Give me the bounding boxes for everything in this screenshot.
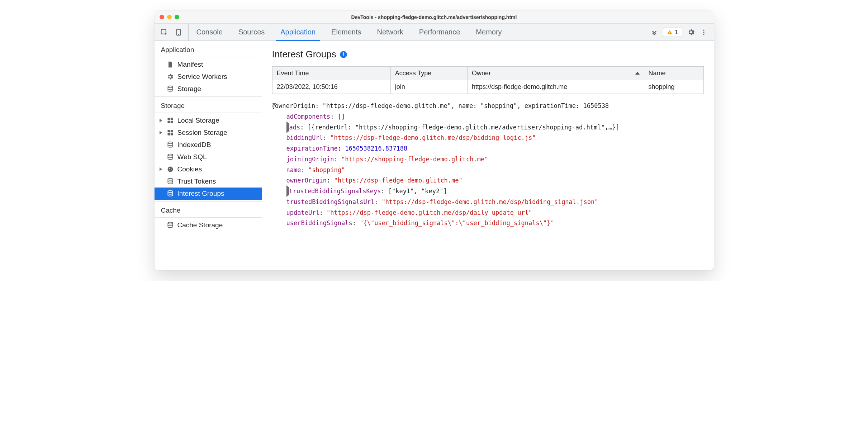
svg-rect-9: [167, 118, 170, 120]
chevron-right-icon: [160, 119, 162, 122]
svg-point-19: [167, 167, 173, 172]
sidebar-item-label: Storage: [177, 85, 201, 93]
svg-rect-14: [170, 130, 173, 133]
info-icon[interactable]: i: [340, 51, 347, 58]
sidebar-item-web-sql[interactable]: Web SQL: [155, 151, 262, 163]
db-icon: [167, 222, 174, 229]
tab-memory[interactable]: Memory: [468, 24, 509, 41]
sidebar-item-local-storage[interactable]: Local Storage: [155, 114, 262, 127]
sidebar-item-label: Manifest: [177, 61, 203, 68]
col-event-time[interactable]: Event Time: [272, 67, 390, 80]
detail-prop-ownerOrigin[interactable]: ownerOrigin: "https://dsp-fledge-demo.gl…: [269, 175, 714, 186]
settings-icon[interactable]: [687, 28, 695, 36]
tab-network[interactable]: Network: [369, 24, 411, 41]
detail-prop-biddingUrl[interactable]: biddingUrl: "https://dsp-fledge-demo.gli…: [269, 133, 714, 143]
file-icon: [167, 61, 174, 68]
svg-point-17: [168, 142, 172, 144]
detail-prop-ads[interactable]: ads: [{renderUrl: "https://shopping-fled…: [269, 122, 714, 133]
cookie-icon: [167, 166, 174, 173]
chevron-right-icon: [160, 131, 162, 134]
detail-prop-trustedBiddingSignalsUrl[interactable]: trustedBiddingSignalsUrl: "https://dsp-f…: [269, 197, 714, 208]
sidebar-item-manifest[interactable]: Manifest: [155, 58, 262, 71]
detail-prop-trustedBiddingSignalsKeys[interactable]: trustedBiddingSignalsKeys: ["key1", "key…: [269, 186, 714, 197]
svg-rect-3: [669, 32, 670, 33]
table-row[interactable]: 22/03/2022, 10:50:16joinhttps://dsp-fled…: [272, 80, 703, 94]
window-titlebar: DevTools - shopping-fledge-demo.glitch.m…: [155, 11, 714, 24]
sidebar-item-label: Web SQL: [177, 153, 207, 161]
svg-point-8: [168, 86, 172, 88]
sidebar-section-storage: Storage: [155, 96, 262, 113]
detail-root[interactable]: {ownerOrigin: "https://dsp-fledge-demo.g…: [269, 101, 714, 112]
sidebar-item-label: Cache Storage: [177, 221, 223, 229]
svg-point-25: [168, 191, 172, 193]
detail-prop-expirationTime[interactable]: expirationTime: 1650538216.837188: [269, 143, 714, 154]
detail-prop-userBiddingSignals[interactable]: userBiddingSignals: "{\"user_bidding_sig…: [269, 218, 714, 229]
svg-rect-11: [167, 121, 170, 123]
inspect-element-icon[interactable]: [160, 28, 168, 36]
chevron-right-icon: [160, 167, 162, 171]
tab-performance[interactable]: Performance: [411, 24, 468, 41]
warnings-count: 1: [675, 29, 678, 36]
tab-application[interactable]: Application: [272, 24, 323, 41]
sidebar-item-cache-storage[interactable]: Cache Storage: [155, 219, 262, 231]
col-access-type[interactable]: Access Type: [390, 67, 467, 80]
sidebar-item-trust-tokens[interactable]: Trust Tokens: [155, 175, 262, 188]
disclosure-closed-icon: [286, 122, 289, 133]
sidebar-item-storage[interactable]: Storage: [155, 83, 262, 95]
svg-point-18: [168, 154, 172, 156]
disclosure-closed-icon: [286, 185, 289, 197]
sort-asc-icon: [635, 72, 640, 75]
kebab-menu-icon[interactable]: [700, 29, 707, 36]
sidebar-item-service-workers[interactable]: Service Workers: [155, 71, 262, 83]
col-name[interactable]: Name: [644, 67, 703, 80]
table-cell: https://dsp-fledge-demo.glitch.me: [468, 80, 644, 94]
col-owner[interactable]: Owner: [468, 67, 644, 80]
sidebar-item-interest-groups[interactable]: Interest Groups: [155, 188, 262, 200]
panel-tabs: ConsoleSourcesApplicationElementsNetwork…: [189, 24, 651, 41]
sidebar-section-cache: Cache: [155, 201, 262, 218]
table-header-row: Event TimeAccess TypeOwnerName: [272, 67, 703, 80]
svg-point-23: [169, 170, 170, 171]
close-icon[interactable]: [160, 15, 164, 19]
window-title: DevTools - shopping-fledge-demo.glitch.m…: [155, 14, 714, 20]
svg-point-6: [703, 32, 704, 33]
tab-sources[interactable]: Sources: [231, 24, 272, 41]
detail-prop-name[interactable]: name: "shopping": [269, 165, 714, 176]
sidebar-item-label: Local Storage: [177, 117, 219, 124]
disclosure-open-icon: [272, 103, 276, 106]
svg-point-5: [703, 29, 704, 30]
traffic-lights: [160, 15, 179, 19]
db-icon: [167, 141, 174, 148]
svg-point-22: [171, 170, 171, 170]
device-toggle-icon[interactable]: [175, 28, 182, 36]
svg-rect-10: [170, 118, 173, 120]
tab-console[interactable]: Console: [189, 24, 231, 41]
main-panel: Interest Groups i Event TimeAccess TypeO…: [262, 41, 714, 270]
sidebar-section-application: Application: [155, 41, 262, 57]
minimize-icon[interactable]: [167, 15, 172, 19]
sidebar-item-label: Trust Tokens: [177, 177, 216, 185]
svg-point-24: [168, 179, 172, 180]
more-tabs-icon[interactable]: [651, 29, 658, 36]
svg-rect-13: [167, 130, 170, 133]
detail-prop-updateUrl[interactable]: updateUrl: "https://dsp-fledge-demo.glit…: [269, 208, 714, 218]
svg-rect-4: [669, 33, 670, 33]
maximize-icon[interactable]: [175, 15, 179, 19]
tab-elements[interactable]: Elements: [323, 24, 369, 41]
sidebar-item-indexeddb[interactable]: IndexedDB: [155, 139, 262, 151]
db-icon: [167, 190, 174, 197]
object-detail: {ownerOrigin: "https://dsp-fledge-demo.g…: [262, 97, 714, 236]
warnings-badge[interactable]: 1: [663, 28, 682, 37]
svg-rect-15: [167, 133, 170, 136]
detail-prop-adComponents[interactable]: adComponents: []: [269, 112, 714, 122]
sidebar-item-cookies[interactable]: Cookies: [155, 163, 262, 175]
panel-title: Interest Groups: [272, 49, 336, 60]
db-icon: [167, 153, 174, 161]
db-icon: [167, 85, 174, 93]
detail-prop-joiningOrigin[interactable]: joiningOrigin: "https://shopping-fledge-…: [269, 154, 714, 165]
sidebar-item-label: Interest Groups: [177, 190, 224, 198]
sidebar-item-label: Session Storage: [177, 129, 227, 137]
application-sidebar: ApplicationManifestService WorkersStorag…: [155, 41, 262, 270]
table-cell: 22/03/2022, 10:50:16: [272, 80, 390, 94]
sidebar-item-session-storage[interactable]: Session Storage: [155, 127, 262, 139]
